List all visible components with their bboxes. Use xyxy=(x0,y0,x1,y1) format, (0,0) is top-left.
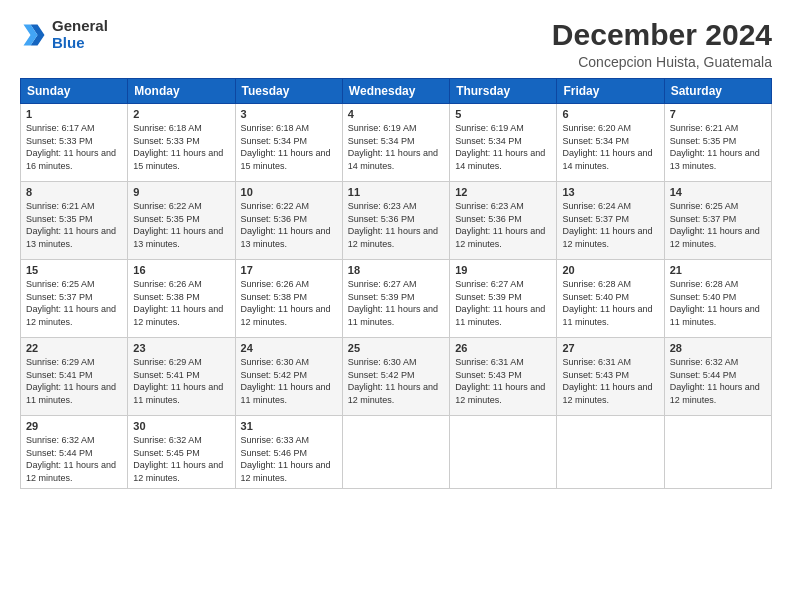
col-thursday: Thursday xyxy=(450,79,557,104)
table-row: 4 Sunrise: 6:19 AMSunset: 5:34 PMDayligh… xyxy=(342,104,449,182)
table-row: 23 Sunrise: 6:29 AMSunset: 5:41 PMDaylig… xyxy=(128,338,235,416)
logo-general: General xyxy=(52,18,108,35)
table-row: 24 Sunrise: 6:30 AMSunset: 5:42 PMDaylig… xyxy=(235,338,342,416)
title-block: December 2024 Concepcion Huista, Guatema… xyxy=(552,18,772,70)
table-row: 16 Sunrise: 6:26 AMSunset: 5:38 PMDaylig… xyxy=(128,260,235,338)
logo-icon xyxy=(20,21,48,49)
table-row: 20 Sunrise: 6:28 AMSunset: 5:40 PMDaylig… xyxy=(557,260,664,338)
table-row: 31 Sunrise: 6:33 AMSunset: 5:46 PMDaylig… xyxy=(235,416,342,489)
header: General Blue December 2024 Concepcion Hu… xyxy=(20,18,772,70)
table-row: 25 Sunrise: 6:30 AMSunset: 5:42 PMDaylig… xyxy=(342,338,449,416)
col-friday: Friday xyxy=(557,79,664,104)
table-row: 12 Sunrise: 6:23 AMSunset: 5:36 PMDaylig… xyxy=(450,182,557,260)
table-row: 30 Sunrise: 6:32 AMSunset: 5:45 PMDaylig… xyxy=(128,416,235,489)
table-row: 18 Sunrise: 6:27 AMSunset: 5:39 PMDaylig… xyxy=(342,260,449,338)
table-row xyxy=(342,416,449,489)
table-row: 17 Sunrise: 6:26 AMSunset: 5:38 PMDaylig… xyxy=(235,260,342,338)
table-row xyxy=(664,416,771,489)
table-row: 13 Sunrise: 6:24 AMSunset: 5:37 PMDaylig… xyxy=(557,182,664,260)
logo-blue: Blue xyxy=(52,35,108,52)
col-sunday: Sunday xyxy=(21,79,128,104)
table-row: 3 Sunrise: 6:18 AMSunset: 5:34 PMDayligh… xyxy=(235,104,342,182)
col-tuesday: Tuesday xyxy=(235,79,342,104)
calendar-table: Sunday Monday Tuesday Wednesday Thursday… xyxy=(20,78,772,489)
month-title: December 2024 xyxy=(552,18,772,52)
table-row xyxy=(450,416,557,489)
table-row: 9 Sunrise: 6:22 AMSunset: 5:35 PMDayligh… xyxy=(128,182,235,260)
table-row: 28 Sunrise: 6:32 AMSunset: 5:44 PMDaylig… xyxy=(664,338,771,416)
table-row: 7 Sunrise: 6:21 AMSunset: 5:35 PMDayligh… xyxy=(664,104,771,182)
table-row: 5 Sunrise: 6:19 AMSunset: 5:34 PMDayligh… xyxy=(450,104,557,182)
table-row: 11 Sunrise: 6:23 AMSunset: 5:36 PMDaylig… xyxy=(342,182,449,260)
logo: General Blue xyxy=(20,18,108,51)
table-row: 21 Sunrise: 6:28 AMSunset: 5:40 PMDaylig… xyxy=(664,260,771,338)
table-row: 27 Sunrise: 6:31 AMSunset: 5:43 PMDaylig… xyxy=(557,338,664,416)
table-row: 14 Sunrise: 6:25 AMSunset: 5:37 PMDaylig… xyxy=(664,182,771,260)
table-row: 26 Sunrise: 6:31 AMSunset: 5:43 PMDaylig… xyxy=(450,338,557,416)
table-row: 1 Sunrise: 6:17 AMSunset: 5:33 PMDayligh… xyxy=(21,104,128,182)
table-row xyxy=(557,416,664,489)
table-row: 6 Sunrise: 6:20 AMSunset: 5:34 PMDayligh… xyxy=(557,104,664,182)
table-row: 29 Sunrise: 6:32 AMSunset: 5:44 PMDaylig… xyxy=(21,416,128,489)
logo-text: General Blue xyxy=(52,18,108,51)
subtitle: Concepcion Huista, Guatemala xyxy=(552,54,772,70)
table-row: 8 Sunrise: 6:21 AMSunset: 5:35 PMDayligh… xyxy=(21,182,128,260)
calendar-header-row: Sunday Monday Tuesday Wednesday Thursday… xyxy=(21,79,772,104)
table-row: 22 Sunrise: 6:29 AMSunset: 5:41 PMDaylig… xyxy=(21,338,128,416)
col-saturday: Saturday xyxy=(664,79,771,104)
col-monday: Monday xyxy=(128,79,235,104)
table-row: 2 Sunrise: 6:18 AMSunset: 5:33 PMDayligh… xyxy=(128,104,235,182)
col-wednesday: Wednesday xyxy=(342,79,449,104)
page: General Blue December 2024 Concepcion Hu… xyxy=(0,0,792,612)
table-row: 19 Sunrise: 6:27 AMSunset: 5:39 PMDaylig… xyxy=(450,260,557,338)
table-row: 15 Sunrise: 6:25 AMSunset: 5:37 PMDaylig… xyxy=(21,260,128,338)
table-row: 10 Sunrise: 6:22 AMSunset: 5:36 PMDaylig… xyxy=(235,182,342,260)
